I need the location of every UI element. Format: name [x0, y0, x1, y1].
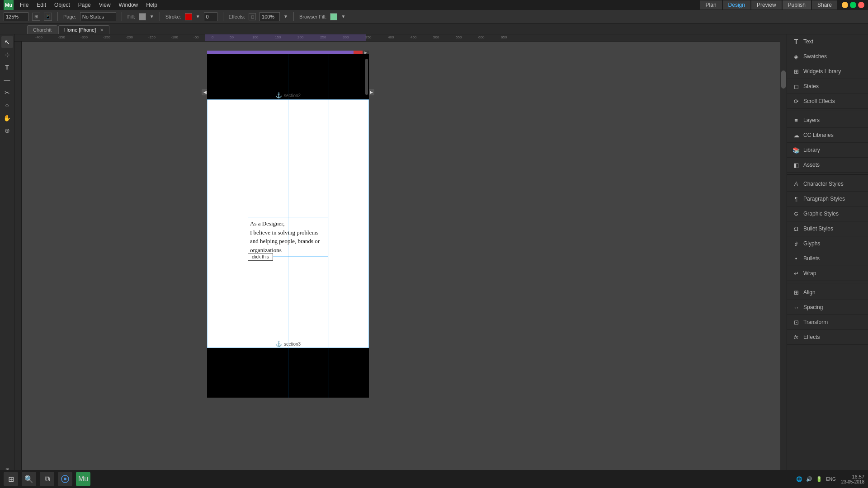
text-tool[interactable]: T	[1, 61, 13, 73]
tab-home-phone[interactable]: Home [Phone] ✕	[58, 25, 109, 34]
menu-edit[interactable]: Edit	[33, 1, 50, 9]
graphic-styles-icon: G	[793, 210, 800, 217]
tab-close-icon[interactable]: ✕	[100, 28, 104, 33]
publish-button[interactable]: Publish	[783, 0, 811, 9]
bullet-styles-label: Bullet Styles	[803, 225, 833, 232]
zoom-tool[interactable]: ⊕	[1, 125, 13, 136]
network-icon: 🌐	[796, 476, 802, 482]
character-styles-label: Character Styles	[803, 181, 844, 187]
screen-size-icon[interactable]: ⊞	[32, 13, 40, 21]
menu-help[interactable]: Help	[142, 1, 161, 9]
line-tool[interactable]: —	[1, 74, 13, 86]
battery-icon: 🔋	[816, 476, 822, 482]
minimize-button[interactable]	[842, 2, 848, 8]
zoom-input[interactable]	[4, 12, 28, 21]
panel-swatches[interactable]: ◈ Swatches	[787, 49, 868, 64]
panel-bullet-styles[interactable]: Ω Bullet Styles	[787, 221, 868, 236]
effects-value[interactable]	[259, 12, 280, 21]
panel-layers[interactable]: ≡ Layers	[787, 113, 868, 128]
adaptive-grid-tool[interactable]: ⊹	[1, 49, 13, 61]
swatches-label: Swatches	[803, 53, 827, 60]
cta-button[interactable]: click this	[248, 253, 273, 261]
nav-collapse-arrow[interactable]: ▶	[363, 51, 369, 54]
muse-taskbar-button[interactable]: Mu	[76, 472, 90, 486]
panel-spacing[interactable]: ↔ Spacing	[787, 300, 868, 315]
panel-glyphs[interactable]: ∂ Glyphs	[787, 236, 868, 251]
panel-transform[interactable]: ⊡ Transform	[787, 315, 868, 330]
search-button[interactable]: 🔍	[22, 472, 36, 486]
panel-paragraph-styles[interactable]: ¶ Paragraph Styles	[787, 192, 868, 206]
task-view-button[interactable]: ⧉	[40, 472, 54, 486]
menu-window[interactable]: Window	[115, 1, 142, 9]
states-label: States	[803, 83, 819, 89]
right-panel: T Text ◈ Swatches ⊞ Widgets Library ◻ St…	[787, 34, 868, 488]
section3-text: section3	[284, 342, 301, 347]
device-icon[interactable]: 📱	[44, 13, 52, 21]
ruler-top: -400 -350 -300 -250 -200 -150 -100 -50 0…	[14, 34, 787, 42]
toolbar-bar: ⊞ 📱 Page: Fill: ▼ Stroke: ▼ Effects: ◻ ▼…	[0, 10, 868, 23]
panel-assets[interactable]: ◧ Assets	[787, 158, 868, 173]
fill-color[interactable]	[139, 13, 146, 20]
cc-libraries-label: CC Libraries	[803, 132, 834, 138]
select-tool[interactable]: ↖	[1, 36, 13, 48]
wrap-label: Wrap	[803, 270, 816, 277]
layers-icon: ≡	[793, 117, 800, 124]
page-label: Page:	[63, 14, 76, 19]
page-canvas: ◀ ▶ ▶	[207, 51, 369, 398]
cta-label: click this	[252, 254, 269, 259]
start-button[interactable]: ⊞	[4, 472, 18, 486]
section2-text: section2	[284, 93, 301, 98]
transform-icon: ⊡	[793, 319, 800, 326]
effects-toggle[interactable]: ◻	[249, 13, 256, 20]
effects-dropdown[interactable]: ▼	[283, 14, 288, 19]
text-block: As a Designer,I believe in solving probl…	[248, 217, 328, 257]
stroke-label: Stroke:	[165, 14, 181, 19]
ellipse-tool[interactable]: ○	[1, 99, 13, 111]
panel-bullets[interactable]: • Bullets	[787, 251, 868, 266]
panel-scroll-effects[interactable]: ⟳ Scroll Effects	[787, 94, 868, 109]
section3-label: ⚓ section3	[275, 341, 301, 347]
cc-libraries-icon: ☁	[793, 131, 800, 139]
preview-button[interactable]: Preview	[751, 0, 782, 9]
browser-button[interactable]	[58, 472, 72, 486]
page-state-input[interactable]	[80, 12, 116, 21]
menu-view[interactable]: View	[95, 1, 114, 9]
panel-graphic-styles[interactable]: G Graphic Styles	[787, 206, 868, 221]
panel-wrap[interactable]: ↵ Wrap	[787, 266, 868, 281]
footer-col-guide-3	[329, 348, 329, 398]
collapse-right-arrow[interactable]: ▶	[368, 89, 374, 95]
top-nav: Plan Design Preview Publish Share	[700, 0, 837, 9]
stroke-color[interactable]	[185, 13, 192, 20]
panel-effects[interactable]: fx Effects	[787, 330, 868, 345]
panel-library[interactable]: 📚 Library	[787, 143, 868, 158]
menu-object[interactable]: Object	[51, 1, 74, 9]
crop-tool[interactable]: ✂	[1, 87, 13, 99]
col-guide-1	[248, 54, 248, 99]
panel-states[interactable]: ◻ States	[787, 79, 868, 94]
plan-button[interactable]: Plan	[700, 0, 722, 9]
share-button[interactable]: Share	[812, 0, 837, 9]
browser-fill-color[interactable]	[330, 13, 337, 20]
panel-character-styles[interactable]: A Character Styles	[787, 177, 868, 192]
design-button[interactable]: Design	[723, 0, 750, 9]
page-footer	[207, 348, 369, 398]
close-button[interactable]	[858, 2, 864, 8]
tab-charchit[interactable]: Charchit	[27, 25, 57, 34]
maximize-button[interactable]	[850, 2, 856, 8]
browser-fill-dropdown[interactable]: ▼	[341, 14, 345, 19]
canvas-content[interactable]: ◀ ▶ ▶	[22, 42, 787, 481]
align-label: Align	[803, 289, 816, 296]
panel-align[interactable]: ⊞ Align	[787, 285, 868, 300]
menu-file[interactable]: File	[16, 1, 32, 9]
graphic-styles-label: Graphic Styles	[803, 211, 839, 217]
fill-dropdown[interactable]: ▼	[150, 14, 154, 19]
svg-point-1	[64, 478, 66, 480]
menu-page[interactable]: Page	[75, 1, 94, 9]
pan-tool[interactable]: ✋	[1, 112, 13, 124]
panel-widgets-library[interactable]: ⊞ Widgets Library	[787, 64, 868, 79]
stroke-value[interactable]	[204, 12, 217, 21]
stroke-dropdown[interactable]: ▼	[196, 14, 200, 19]
panel-text[interactable]: T Text	[787, 34, 868, 49]
text-icon: T	[793, 38, 800, 45]
panel-cc-libraries[interactable]: ☁ CC Libraries	[787, 128, 868, 143]
